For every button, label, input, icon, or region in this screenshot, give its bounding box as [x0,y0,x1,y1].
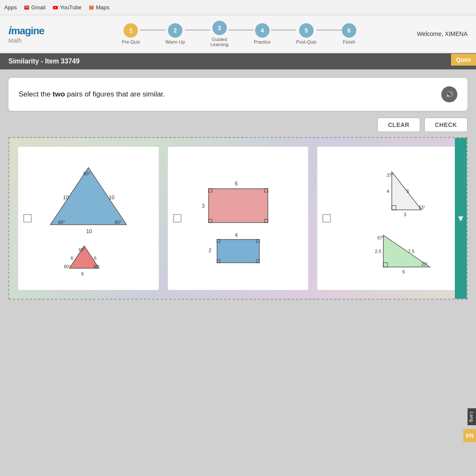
audio-icon: 🔊 [445,91,454,99]
en-button[interactable]: EN [463,429,476,442]
step-2-circle: 2 [168,23,182,38]
svg-text:6: 6 [71,256,73,261]
svg-text:7.5: 7.5 [408,249,414,254]
tab-youtube[interactable]: YouTube [52,4,82,11]
question-text: Select the two pairs of figures that are… [19,90,165,99]
check-button[interactable]: CHECK [424,118,468,132]
tab-gmail[interactable]: Gmail [24,4,46,11]
step-6[interactable]: 6 Finish [342,23,356,44]
step-line-2-3 [185,30,210,30]
step-6-circle: 6 [342,23,356,38]
svg-text:5: 5 [407,189,409,194]
svg-text:10: 10 [86,228,92,234]
step-2-label: Warm Up [165,39,185,44]
svg-text:2.5: 2.5 [375,249,381,254]
svg-text:37°: 37° [387,173,393,178]
step-5[interactable]: 5 Post-Quiz [296,23,316,44]
welcome-text: Welcome, XIMENA [417,30,468,37]
svg-text:3: 3 [202,203,205,209]
step-line-1-2 [140,30,165,30]
action-row: CLEAR CHECK [8,118,468,132]
svg-text:6: 6 [94,256,96,261]
step-line-5-6 [316,30,342,30]
browser-toolbar: Apps Gmail YouTube Maps [0,0,476,15]
step-4-circle: 4 [255,23,270,38]
question-card: Select the two pairs of figures that are… [8,78,468,111]
svg-text:3: 3 [404,212,406,217]
tab-maps[interactable]: Maps [88,4,110,11]
figure-1-checkbox[interactable] [23,214,32,223]
figure-box-3[interactable]: 37° 53° 5 4 3 67° 23° 2.5 7.5 6 [317,146,458,290]
step-3[interactable]: 3 GuidedLearning [210,21,228,47]
figure-box-1[interactable]: 60° 60° 60° 10 10 10 60° 60° 60° 6 6 6 [18,146,159,290]
right-panel-arrow: ▼ [457,214,465,223]
quest-label: Ques [451,54,476,66]
app-header: imagine Math 1 Pre-Quiz 2 Warm Up 3 Guid… [0,15,476,53]
svg-rect-14 [209,189,268,223]
logo-math: Math [8,37,44,44]
step-line-4-5 [271,30,296,30]
page-title: Similarity - Item 33749 [8,58,80,65]
logo-area: imagine Math [8,24,44,44]
figures-container: 60° 60° 60° 10 10 10 60° 60° 60° 6 6 6 [8,137,468,300]
step-5-label: Post-Quiz [296,39,316,44]
step-5-circle: 5 [299,23,314,38]
step-1[interactable]: 1 Pre-Quiz [122,23,140,44]
svg-text:6: 6 [81,271,84,276]
svg-text:67°: 67° [377,236,384,240]
audio-button[interactable]: 🔊 [441,86,457,102]
logo-imagine: imagine [8,24,44,37]
step-3-circle: 3 [212,21,227,35]
svg-text:60°: 60° [94,264,100,269]
svg-text:10: 10 [109,195,115,201]
step-4[interactable]: 4 Practice [254,23,271,44]
svg-text:6: 6 [235,181,238,187]
step-4-label: Practice [254,39,271,44]
right-panel: ▼ [455,138,467,299]
lang-panel[interactable]: Lang [468,408,476,425]
svg-text:10: 10 [63,195,69,201]
step-container: 1 Pre-Quiz 2 Warm Up 3 GuidedLearning 4 … [122,21,356,47]
svg-text:53°: 53° [419,205,425,210]
svg-text:4: 4 [387,189,389,194]
figure-3-svg: 37° 53° 5 4 3 67° 23° 2.5 7.5 6 [337,155,438,282]
step-1-label: Pre-Quiz [122,39,140,44]
figure-box-2[interactable]: 6 3 4 2 [168,146,309,290]
clear-button[interactable]: CLEAR [377,118,420,132]
svg-rect-21 [217,239,259,263]
svg-text:60°: 60° [115,220,122,225]
svg-text:4: 4 [235,232,238,238]
figure-2-checkbox[interactable] [173,214,182,223]
step-line-3-4 [228,30,254,30]
svg-text:60°: 60° [58,220,65,225]
main-content: Select the two pairs of figures that are… [0,69,476,476]
svg-text:2: 2 [209,248,212,253]
figure-1-svg: 60° 60° 60° 10 10 10 60° 60° 60° 6 6 6 [38,155,139,282]
step-1-circle: 1 [124,23,138,38]
svg-text:60°: 60° [83,171,91,176]
svg-text:60°: 60° [79,248,85,252]
tab-apps[interactable]: Apps [4,4,17,11]
svg-text:6: 6 [402,269,405,274]
step-3-label: GuidedLearning [210,37,228,47]
figure-2-svg: 6 3 4 2 [187,155,289,282]
progress-bar: 1 Pre-Quiz 2 Warm Up 3 GuidedLearning 4 … [69,21,408,47]
step-6-label: Finish [343,39,355,44]
svg-marker-0 [50,168,127,225]
page-title-bar: Similarity - Item 33749 Ques [0,53,476,69]
figure-3-checkbox[interactable] [322,214,331,223]
step-2[interactable]: 2 Warm Up [165,23,185,44]
svg-text:60°: 60° [64,264,70,269]
svg-text:23°: 23° [421,262,428,267]
